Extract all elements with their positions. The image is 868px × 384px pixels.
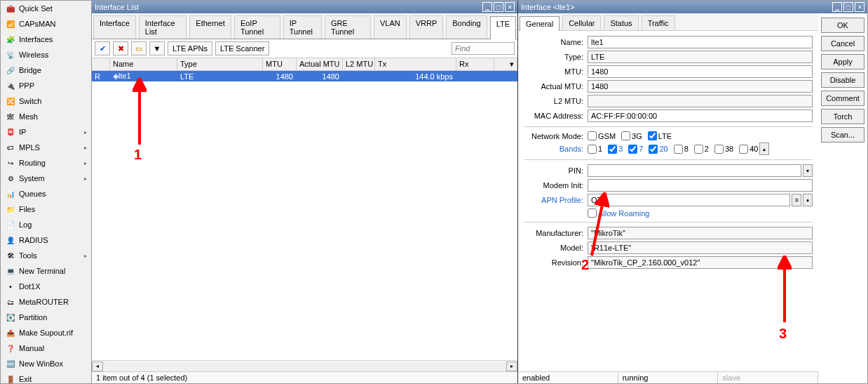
modem-init-field[interactable]: [588, 179, 813, 192]
sidebar-item-radius[interactable]: 👤RADIUS: [1, 232, 91, 248]
sidebar-item-label: Dot1X: [19, 282, 41, 291]
ok-button[interactable]: OK: [821, 18, 864, 33]
sidebar-item-ip[interactable]: 📮IP▸: [1, 124, 91, 140]
lte-apns-button[interactable]: LTE APNs: [168, 41, 212, 55]
column-header[interactable]: MTU: [263, 58, 297, 70]
sidebar-item-bridge[interactable]: 🔗Bridge: [1, 62, 91, 78]
sidebar-item-make-supout-rif[interactable]: 📤Make Supout.rif: [1, 325, 91, 340]
band-1-checkbox[interactable]: [588, 145, 597, 154]
bands-label[interactable]: Bands:: [524, 145, 583, 153]
close-icon[interactable]: ✕: [505, 2, 515, 12]
allow-roaming-checkbox[interactable]: [588, 208, 597, 218]
maximize-icon[interactable]: ▢: [843, 2, 853, 12]
column-header[interactable]: Actual MTU: [297, 58, 343, 70]
sidebar-item-dot1x[interactable]: •Dot1X: [1, 279, 91, 294]
sidebar-item-manual[interactable]: ❓Manual: [1, 340, 91, 356]
enable-button[interactable]: ✔: [95, 41, 110, 55]
disable-button[interactable]: ✖: [113, 41, 128, 55]
apn-dropdown-icon[interactable]: ∓: [792, 194, 801, 206]
model-field: [588, 241, 813, 254]
revision-label: Revision:: [524, 258, 583, 267]
tab-gre-tunnel[interactable]: GRE Tunnel: [325, 15, 371, 39]
tab-general[interactable]: General: [520, 16, 560, 31]
scan--button[interactable]: Scan...: [821, 127, 864, 143]
tab-ip-tunnel[interactable]: IP Tunnel: [283, 15, 322, 39]
lte-scanner-button[interactable]: LTE Scanner: [215, 41, 269, 55]
maximize-icon[interactable]: ▢: [494, 2, 503, 12]
sidebar-item-system[interactable]: ⚙System▸: [1, 171, 91, 186]
sidebar-item-queues[interactable]: 📊Queues: [1, 186, 91, 201]
sidebar-item-exit[interactable]: 🚪Exit: [1, 371, 91, 383]
band-7-checkbox[interactable]: [628, 145, 637, 154]
mac-field[interactable]: [588, 110, 813, 122]
sidebar-item-mpls[interactable]: 🏷MPLS▸: [1, 140, 91, 155]
sidebar-item-quick-set[interactable]: 🧰Quick Set: [1, 1, 91, 16]
bands-expand-icon[interactable]: ▴: [759, 143, 769, 155]
tab-interface[interactable]: Interface: [93, 15, 136, 39]
band-40-checkbox[interactable]: [739, 145, 748, 154]
tab-vrrp[interactable]: VRRP: [409, 15, 444, 39]
comment-button[interactable]: ▭: [131, 41, 147, 55]
sidebar-item-tools[interactable]: 🛠Tools▸: [1, 248, 91, 263]
sidebar-item-wireless[interactable]: 📡Wireless: [1, 47, 91, 62]
find-input[interactable]: [452, 42, 515, 55]
disable-button[interactable]: Disable: [821, 72, 864, 88]
sidebar-item-partition[interactable]: 💽Partition: [1, 310, 91, 325]
sidebar-item-routing[interactable]: ↪Routing▸: [1, 155, 91, 171]
close-icon[interactable]: ✕: [855, 2, 864, 12]
apn-profile-field[interactable]: [588, 194, 790, 206]
sidebar-item-interfaces[interactable]: 🧩Interfaces: [1, 32, 91, 47]
sidebar-item-switch[interactable]: 🔀Switch: [1, 93, 91, 109]
sidebar-item-new-winbox[interactable]: 🆕New WinBox: [1, 356, 91, 371]
netmode-lte-checkbox[interactable]: [648, 131, 657, 140]
tab-bonding[interactable]: Bonding: [446, 15, 487, 39]
table-row[interactable]: R◈lte1LTE14801480144.0 kbps: [92, 71, 517, 81]
column-header[interactable]: Tx: [375, 58, 456, 70]
pin-field[interactable]: [588, 164, 801, 177]
sidebar-item-ppp[interactable]: 🔌PPP: [1, 78, 91, 93]
cancel-button[interactable]: Cancel: [821, 36, 864, 51]
sidebar-item-metarouter[interactable]: 🗂MetaROUTER: [1, 294, 91, 310]
pin-dropdown-icon[interactable]: ▾: [803, 164, 813, 177]
mtu-field[interactable]: [588, 65, 813, 78]
sidebar-item-log[interactable]: 📄Log: [1, 217, 91, 232]
band-8-checkbox[interactable]: [674, 145, 683, 154]
column-menu-icon[interactable]: ▾: [494, 58, 517, 70]
tab-vlan[interactable]: VLAN: [374, 15, 407, 39]
column-header[interactable]: Type: [177, 58, 263, 70]
apply-button[interactable]: Apply: [821, 54, 864, 69]
name-field[interactable]: [588, 36, 813, 48]
band-38-checkbox[interactable]: [714, 145, 724, 154]
tab-eoip-tunnel[interactable]: EoIP Tunnel: [234, 15, 280, 39]
tab-traffic[interactable]: Traffic: [642, 15, 675, 30]
column-header[interactable]: Rx: [456, 58, 494, 70]
sidebar-item-new-terminal[interactable]: 💻New Terminal: [1, 263, 91, 279]
column-header[interactable]: L2 MTU: [343, 58, 375, 70]
netmode-3g-checkbox[interactable]: [621, 131, 630, 140]
apn-profile-label[interactable]: APN Profile:: [524, 196, 583, 204]
tab-ethernet[interactable]: Ethernet: [189, 15, 231, 39]
horizontal-scrollbar[interactable]: ◂ ▸: [92, 360, 517, 371]
scroll-right-icon[interactable]: ▸: [506, 362, 517, 371]
netmode-gsm-checkbox[interactable]: [588, 131, 597, 140]
sidebar-item-files[interactable]: 📁Files: [1, 201, 91, 217]
tab-lte[interactable]: LTE: [490, 16, 516, 39]
allow-roaming-label: Allow Roaming: [598, 209, 649, 218]
column-header[interactable]: Name: [110, 58, 177, 70]
tab-interface-list[interactable]: Interface List: [139, 15, 187, 39]
band-20-checkbox[interactable]: [649, 145, 658, 154]
comment-button[interactable]: Comment: [821, 91, 864, 106]
apn-updown-icon[interactable]: ♦: [803, 194, 813, 206]
filter-button[interactable]: ▼: [149, 41, 165, 55]
torch-button[interactable]: Torch: [821, 109, 864, 124]
band-3-checkbox[interactable]: [608, 145, 617, 154]
band-2-checkbox[interactable]: [694, 145, 703, 154]
tab-status[interactable]: Status: [604, 15, 638, 30]
tab-cellular[interactable]: Cellular: [562, 15, 601, 30]
sidebar-item-capsman[interactable]: 📶CAPsMAN: [1, 16, 91, 32]
minimize-icon[interactable]: ▁: [832, 2, 842, 12]
sidebar-item-mesh[interactable]: 🕸Mesh: [1, 109, 91, 124]
scroll-left-icon[interactable]: ◂: [92, 362, 103, 371]
column-header[interactable]: [92, 58, 110, 70]
minimize-icon[interactable]: ▁: [482, 2, 492, 12]
